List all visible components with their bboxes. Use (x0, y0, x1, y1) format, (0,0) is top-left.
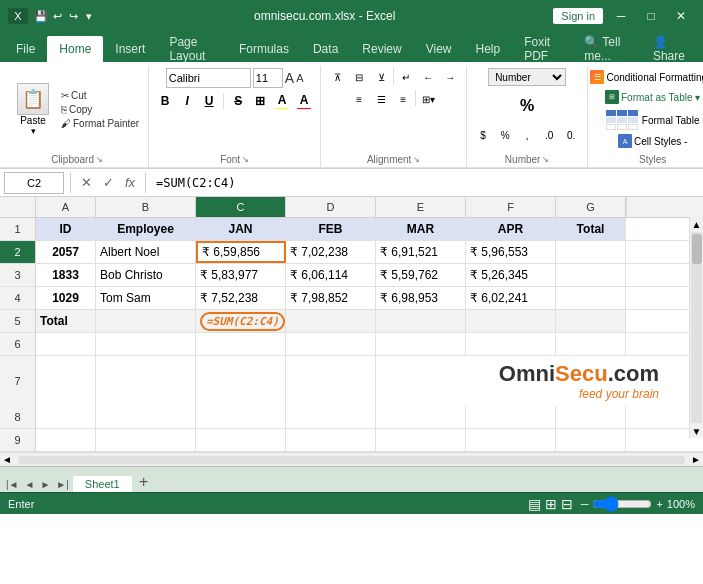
cell-b4[interactable]: Tom Sam (96, 287, 196, 309)
cell-e4[interactable]: ₹ 6,98,953 (376, 287, 466, 309)
cell-c3[interactable]: ₹ 5,83,977 (196, 264, 286, 286)
minimize-btn[interactable]: ─ (607, 2, 635, 30)
cell-a7[interactable] (36, 356, 96, 406)
cell-g6[interactable] (556, 333, 626, 355)
zoom-out-btn[interactable]: ─ (581, 498, 589, 510)
cell-b5[interactable] (96, 310, 196, 332)
cell-a4[interactable]: 1029 (36, 287, 96, 309)
col-header-g[interactable]: G (556, 197, 626, 217)
cut-button[interactable]: ✂ Cut (58, 89, 142, 102)
tab-review[interactable]: Review (350, 36, 413, 62)
number-expand-icon[interactable]: ↘ (542, 155, 549, 164)
sheet-nav-prev[interactable]: ◄ (23, 477, 37, 492)
cell-d5[interactable] (286, 310, 376, 332)
align-bottom-btn[interactable]: ⊻ (371, 68, 391, 86)
confirm-formula-btn[interactable]: ✓ (99, 175, 117, 190)
col-header-a[interactable]: A (36, 197, 96, 217)
tab-data[interactable]: Data (301, 36, 350, 62)
font-name-input[interactable] (166, 68, 251, 88)
save-quick-btn[interactable]: 💾 (34, 9, 48, 23)
tab-foxit[interactable]: Foxit PDF (512, 36, 572, 62)
col-header-e[interactable]: E (376, 197, 466, 217)
cell-a3[interactable]: 1833 (36, 264, 96, 286)
indent-right-btn[interactable]: → (440, 68, 460, 86)
cell-f5[interactable] (466, 310, 556, 332)
row-header-7[interactable]: 7 (0, 356, 36, 406)
font-decrease-btn[interactable]: A (296, 72, 303, 84)
comma-style-btn[interactable]: , (517, 126, 537, 144)
cell-d8[interactable] (286, 406, 376, 428)
increase-decimal-btn[interactable]: .0 (539, 126, 559, 144)
sheet-nav-last[interactable]: ►| (54, 477, 71, 492)
col-header-d[interactable]: D (286, 197, 376, 217)
alignment-expand-icon[interactable]: ↘ (413, 155, 420, 164)
scroll-thumb[interactable] (692, 234, 702, 264)
page-break-view-btn[interactable]: ⊟ (561, 496, 573, 512)
row-header-4[interactable]: 4 (0, 287, 36, 309)
cell-a5[interactable]: Total (36, 310, 96, 332)
tab-view[interactable]: View (414, 36, 464, 62)
tab-formulas[interactable]: Formulas (227, 36, 301, 62)
tab-home[interactable]: Home (47, 36, 103, 62)
cell-e9[interactable] (376, 429, 466, 451)
formula-input[interactable] (152, 172, 699, 194)
sheet-tab-sheet1[interactable]: Sheet1 (73, 476, 132, 492)
cell-c4[interactable]: ₹ 7,52,238 (196, 287, 286, 309)
tab-file[interactable]: File (4, 36, 47, 62)
row-header-5[interactable]: 5 (0, 310, 36, 332)
italic-button[interactable]: I (177, 92, 197, 110)
cell-d2[interactable]: ₹ 7,02,238 (286, 241, 376, 263)
underline-button[interactable]: U (199, 92, 219, 110)
cell-b8[interactable] (96, 406, 196, 428)
clipboard-expand-icon[interactable]: ↘ (96, 155, 103, 164)
percent-button[interactable]: % (509, 88, 545, 124)
cell-d4[interactable]: ₹ 7,98,852 (286, 287, 376, 309)
strikethrough-button[interactable]: S (228, 92, 248, 110)
align-middle-btn[interactable]: ⊟ (349, 68, 369, 86)
paste-button[interactable]: 📋 Paste ▾ (12, 80, 54, 139)
number-format-select[interactable]: Number General Currency Accounting Date … (488, 68, 566, 86)
cell-styles-btn[interactable]: A Cell Styles - (613, 132, 692, 150)
conditional-formatting-btn[interactable]: ☰ Conditional Formatting ▾ (585, 68, 703, 86)
cell-g8[interactable] (556, 406, 626, 428)
border-button[interactable]: ⊞ (250, 92, 270, 110)
cell-e5[interactable] (376, 310, 466, 332)
cell-e6[interactable] (376, 333, 466, 355)
cell-b9[interactable] (96, 429, 196, 451)
undo-btn[interactable]: ↩ (50, 9, 64, 23)
cell-f8[interactable] (466, 406, 556, 428)
page-layout-view-btn[interactable]: ⊞ (545, 496, 557, 512)
sheet-nav-next[interactable]: ► (38, 477, 52, 492)
add-sheet-btn[interactable]: + (134, 472, 154, 492)
font-color-button[interactable]: A (294, 92, 314, 110)
cell-b1[interactable]: Employee (96, 218, 196, 240)
cell-e1[interactable]: MAR (376, 218, 466, 240)
percent-style-btn[interactable]: % (495, 126, 515, 144)
align-right-btn[interactable]: ≡ (393, 90, 413, 108)
cell-a6[interactable] (36, 333, 96, 355)
cell-b6[interactable] (96, 333, 196, 355)
h-scroll-right-btn[interactable]: ► (689, 454, 703, 465)
quick-access-more[interactable]: ▾ (82, 9, 96, 23)
zoom-slider[interactable] (592, 496, 652, 512)
cell-b7[interactable] (96, 356, 196, 406)
row-header-9[interactable]: 9 (0, 429, 36, 451)
sheet-nav-first[interactable]: |◄ (4, 477, 21, 492)
tab-help[interactable]: Help (463, 36, 512, 62)
cell-c7[interactable] (196, 356, 286, 406)
cell-g4[interactable] (556, 287, 626, 309)
row-header-8[interactable]: 8 (0, 406, 36, 428)
cell-a8[interactable] (36, 406, 96, 428)
h-scroll-left-btn[interactable]: ◄ (0, 454, 14, 465)
cell-d3[interactable]: ₹ 6,06,114 (286, 264, 376, 286)
decrease-decimal-btn[interactable]: 0. (561, 126, 581, 144)
row-header-3[interactable]: 3 (0, 264, 36, 286)
cell-reference-input[interactable] (4, 172, 64, 194)
tab-share[interactable]: 👤 Share (641, 36, 699, 62)
cell-f3[interactable]: ₹ 5,26,345 (466, 264, 556, 286)
cell-f1[interactable]: APR (466, 218, 556, 240)
cell-c8[interactable] (196, 406, 286, 428)
row-header-1[interactable]: 1 (0, 218, 36, 240)
cell-g1[interactable]: Total (556, 218, 626, 240)
align-left-btn[interactable]: ≡ (349, 90, 369, 108)
